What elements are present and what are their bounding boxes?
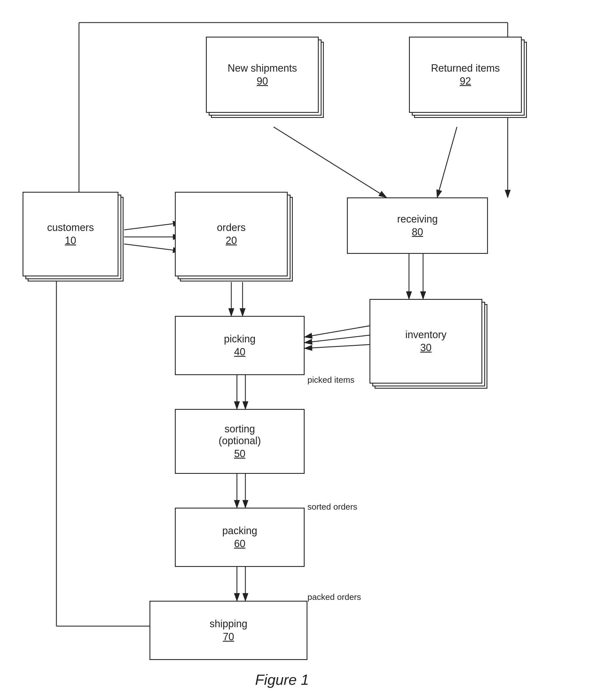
orders-node: orders 20 (175, 192, 293, 282)
packed-orders-label: packed orders (307, 592, 361, 602)
returned-items-node: Returned items 92 (409, 37, 527, 118)
shipping-node: shipping 70 (150, 601, 307, 660)
svg-line-12 (305, 334, 378, 343)
picking-id: 40 (234, 346, 245, 358)
receiving-label: receiving (397, 213, 438, 225)
svg-line-13 (305, 344, 378, 348)
diagram-container: customers 10 orders 20 inventory 30 pick… (0, 0, 616, 691)
packing-label: packing (222, 525, 257, 537)
picked-items-label: picked items (307, 375, 355, 385)
shipping-label: shipping (210, 618, 247, 630)
inventory-node: inventory 30 (370, 299, 488, 389)
svg-line-8 (437, 127, 457, 197)
sorting-id: 50 (234, 448, 245, 460)
orders-id: 20 (226, 235, 237, 246)
sorted-orders-label: sorted orders (307, 502, 357, 512)
svg-line-7 (273, 127, 387, 197)
inventory-id: 30 (420, 342, 432, 354)
returned-items-label: Returned items (431, 62, 500, 74)
orders-label: orders (217, 222, 246, 233)
customers-label: customers (47, 222, 94, 233)
inventory-label: inventory (405, 329, 446, 341)
figure-caption: Figure 1 (197, 671, 367, 688)
picking-label: picking (224, 333, 256, 345)
sorting-node: sorting (optional) 50 (175, 409, 305, 474)
customers-id: 10 (65, 235, 76, 246)
picking-node: picking 40 (175, 316, 305, 375)
receiving-node: receiving 80 (347, 197, 488, 254)
new-shipments-id: 90 (257, 75, 268, 87)
svg-line-11 (305, 324, 378, 337)
receiving-id: 80 (412, 226, 423, 238)
customers-node: customers 10 (23, 192, 124, 282)
new-shipments-node: New shipments 90 (206, 37, 324, 118)
packing-id: 60 (234, 538, 245, 550)
svg-line-2 (124, 223, 180, 230)
returned-items-id: 92 (460, 75, 471, 87)
packing-node: packing 60 (175, 508, 305, 567)
sorting-label: sorting (optional) (219, 423, 261, 447)
svg-line-4 (124, 244, 180, 251)
shipping-id: 70 (223, 631, 234, 643)
new-shipments-label: New shipments (227, 62, 297, 74)
